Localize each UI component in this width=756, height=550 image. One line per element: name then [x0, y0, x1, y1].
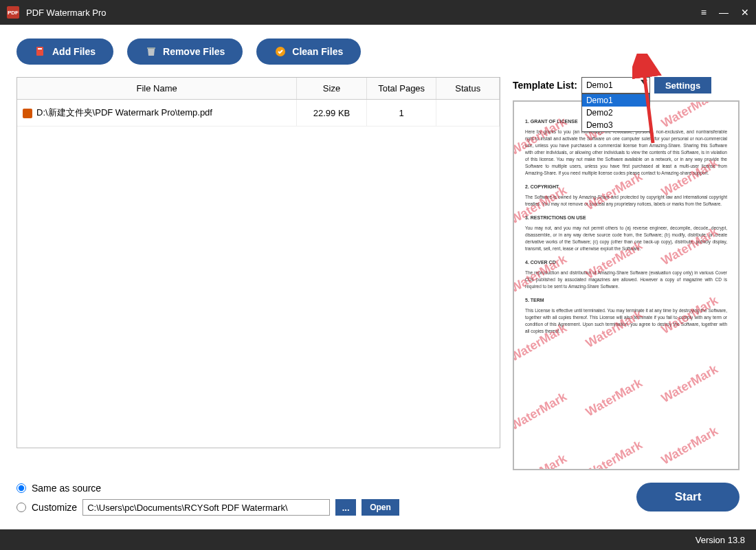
template-list-label: Template List:	[513, 80, 577, 91]
version-label: Version 13.8	[696, 535, 745, 545]
settings-button[interactable]: Settings	[654, 77, 711, 94]
watermark-text: WaterMark	[583, 438, 645, 470]
template-dropdown: Demo1 Demo2 Demo3	[581, 94, 650, 132]
watermark-text: WaterMark	[659, 424, 721, 468]
customize-radio[interactable]	[16, 503, 26, 512]
cell-size: 22.99 KB	[297, 100, 367, 126]
clean-files-button[interactable]: Clean Files	[256, 38, 361, 65]
remove-files-button[interactable]: Remove Files	[127, 38, 243, 65]
remove-files-label: Remove Files	[163, 46, 225, 57]
close-icon[interactable]: ✕	[741, 7, 749, 18]
col-pages[interactable]: Total Pages	[366, 78, 436, 100]
minimize-icon[interactable]: —	[719, 7, 729, 18]
toolbar: Add Files Remove Files Clean Files	[16, 38, 740, 65]
col-size[interactable]: Size	[297, 78, 367, 100]
output-path-input[interactable]	[82, 499, 330, 516]
same-as-source-label: Same as source	[32, 483, 101, 494]
preview-pane: 1. GRANT OF LICENSE Here by grants to yo…	[513, 100, 740, 470]
template-selected: Demo1	[586, 80, 613, 90]
template-select[interactable]: Demo1 Demo1 Demo2 Demo3	[581, 77, 650, 94]
browse-button[interactable]: ...	[335, 499, 356, 516]
col-status[interactable]: Status	[436, 78, 500, 100]
add-files-icon	[34, 45, 47, 58]
customize-label: Customize	[32, 502, 77, 513]
app-icon: PDF	[7, 6, 19, 19]
cell-status	[436, 100, 500, 126]
clean-files-label: Clean Files	[292, 46, 343, 57]
footer: Version 13.8	[0, 529, 756, 550]
svg-rect-0	[36, 47, 43, 56]
svg-rect-1	[38, 48, 42, 50]
pdf-file-icon	[23, 109, 32, 118]
same-as-source-radio[interactable]	[16, 483, 26, 493]
table-row[interactable]: D:\新建文件夹\PDF Watermark Pro\temp.pdf 22.9…	[17, 100, 500, 126]
template-option[interactable]: Demo2	[582, 107, 649, 119]
watermark-text: WaterMark	[659, 362, 721, 406]
watermark-text: WaterMark	[513, 452, 570, 470]
add-files-button[interactable]: Add Files	[16, 38, 113, 65]
preview-document: 1. GRANT OF LICENSE Here by grants to yo…	[525, 118, 727, 335]
cell-filename: D:\新建文件夹\PDF Watermark Pro\temp.pdf	[36, 107, 212, 118]
watermark-text: WaterMark	[583, 376, 645, 420]
clean-icon	[274, 45, 287, 58]
col-filename[interactable]: File Name	[17, 78, 297, 100]
add-files-label: Add Files	[52, 46, 96, 57]
hamburger-icon[interactable]: ≡	[701, 7, 707, 18]
open-button[interactable]: Open	[362, 499, 399, 516]
cell-pages: 1	[366, 100, 436, 126]
svg-rect-2	[147, 47, 155, 49]
watermark-text: WaterMark	[513, 390, 570, 434]
trash-icon	[145, 45, 157, 58]
app-title: PDF Watermark Pro	[26, 8, 701, 18]
file-table: File Name Size Total Pages Status D:\新建文…	[16, 77, 500, 448]
chevron-down-icon	[641, 80, 647, 85]
template-option[interactable]: Demo3	[582, 119, 649, 131]
titlebar: PDF PDF Watermark Pro ≡ — ✕	[0, 0, 756, 25]
start-button[interactable]: Start	[636, 483, 740, 512]
template-option[interactable]: Demo1	[582, 94, 649, 107]
